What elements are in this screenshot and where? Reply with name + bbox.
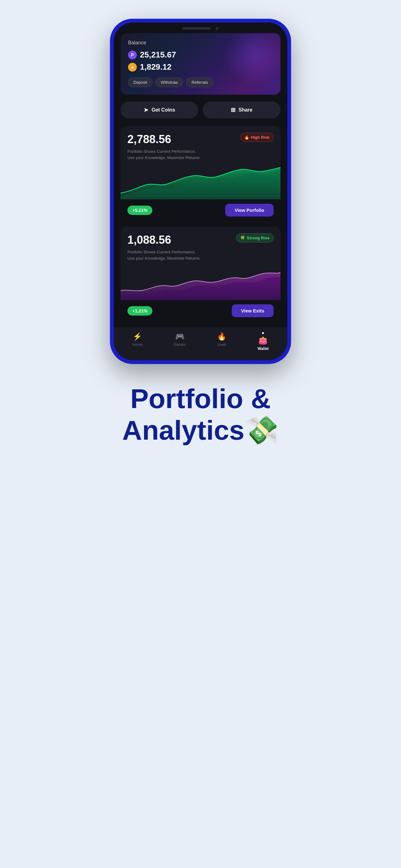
referrals-button[interactable]: Referrals	[186, 78, 213, 87]
portfolio-card-2-bottom: +1.21% View Exits	[121, 300, 280, 321]
portfolio-value-2: 1,088.56	[127, 234, 171, 247]
chart-area-1	[121, 165, 280, 199]
portfolio-card-2-top: 1,088.56 🍀 Strong Rise Portfolio Shows C…	[121, 226, 280, 261]
nav-item-lives[interactable]: 🔥 Lives	[217, 332, 226, 351]
nav-label-wallet: Wallet	[258, 346, 269, 351]
view-portfolio-button[interactable]: View Porfolio	[225, 204, 274, 217]
nav-item-home[interactable]: ⚡ Home	[132, 332, 142, 351]
screen: Balance P 25,215.67 ● 1,829.12 Deposit W…	[114, 33, 287, 321]
get-coins-label: Get Coins	[152, 107, 175, 113]
portfolio-card-1-bottom: +5.21% View Porfolio	[121, 199, 280, 221]
portfolio-card-2: 1,088.56 🍀 Strong Rise Portfolio Shows C…	[121, 226, 280, 321]
games-icon: 🎮	[175, 332, 185, 341]
lives-icon: 🔥	[217, 332, 226, 341]
deposit-button[interactable]: Deposit	[128, 78, 153, 87]
portfolio-value-1: 2,788.56	[127, 133, 171, 146]
phone-frame: Balance P 25,215.67 ● 1,829.12 Deposit W…	[110, 19, 291, 364]
home-icon: ⚡	[133, 332, 142, 341]
bottom-text-section: Portfolio & Analytics💸	[103, 383, 297, 446]
action-buttons: ➤ Get Coins ⊞ Share	[121, 101, 280, 118]
nav-label-games: Games	[174, 342, 186, 347]
rise-label: Strong Rise	[247, 236, 269, 240]
balance-actions: Deposit Withdraw Referrals	[128, 78, 273, 87]
notch-dot	[215, 27, 219, 30]
percent-badge-1: +5.21%	[127, 206, 153, 215]
get-coins-button[interactable]: ➤ Get Coins	[121, 101, 198, 118]
nav-label-lives: Lives	[218, 342, 226, 347]
notch-bar	[114, 23, 287, 33]
nav-label-home: Home	[132, 342, 142, 347]
percent-badge-2: +1.21%	[127, 306, 153, 316]
portfolio-desc-2: Portfolio Shows Current Performance. Use…	[127, 249, 274, 261]
portfolio-header-2: 1,088.56 🍀 Strong Rise	[127, 234, 274, 247]
nav-item-wallet[interactable]: 👛 Wallet	[258, 332, 269, 351]
share-icon: ⊞	[231, 106, 235, 114]
view-exits-button[interactable]: View Exits	[232, 304, 274, 317]
page-title-line2: Analytics💸	[122, 414, 278, 446]
balance-row-2: ● 1,829.12	[128, 62, 273, 72]
chart-area-2	[121, 266, 280, 300]
coin-icon-purple: P	[128, 51, 137, 59]
strong-rise-badge: 🍀 Strong Rise	[236, 234, 274, 243]
nav-dot-wallet	[262, 332, 264, 334]
withdraw-button[interactable]: Withdraw	[156, 78, 183, 87]
notch-pill	[182, 27, 210, 30]
wallet-icon: 👛	[258, 336, 268, 345]
high-risk-emoji: 🔥	[244, 135, 249, 140]
share-button[interactable]: ⊞ Share	[203, 101, 280, 118]
portfolio-desc-1: Portfolio Shows Current Performance. Use…	[127, 148, 274, 161]
balance-card: Balance P 25,215.67 ● 1,829.12 Deposit W…	[121, 33, 280, 95]
page-title-line1: Portfolio &	[122, 383, 278, 414]
balance-label: Balance	[128, 40, 273, 45]
get-coins-icon: ➤	[144, 106, 148, 114]
bottom-nav: ⚡ Home 🎮 Games 🔥 Lives 👛 Wallet	[114, 327, 287, 360]
rise-emoji: 🍀	[240, 236, 245, 240]
high-risk-label: High Risk	[251, 135, 269, 140]
portfolio-card-1-top: 2,788.56 🔥 High Risk Portfolio Shows Cur…	[121, 126, 280, 161]
balance-amount-2: 1,829.12	[140, 62, 171, 72]
phone-inner: Balance P 25,215.67 ● 1,829.12 Deposit W…	[114, 23, 287, 360]
portfolio-card-1: 2,788.56 🔥 High Risk Portfolio Shows Cur…	[121, 126, 280, 221]
share-label: Share	[239, 107, 252, 113]
coin-icon-gold: ●	[128, 63, 137, 71]
balance-row-1: P 25,215.67	[128, 50, 273, 60]
balance-amount-1: 25,215.67	[140, 50, 176, 60]
high-risk-badge: 🔥 High Risk	[240, 133, 274, 142]
nav-item-games[interactable]: 🎮 Games	[174, 332, 186, 351]
portfolio-header-1: 2,788.56 🔥 High Risk	[127, 133, 274, 146]
